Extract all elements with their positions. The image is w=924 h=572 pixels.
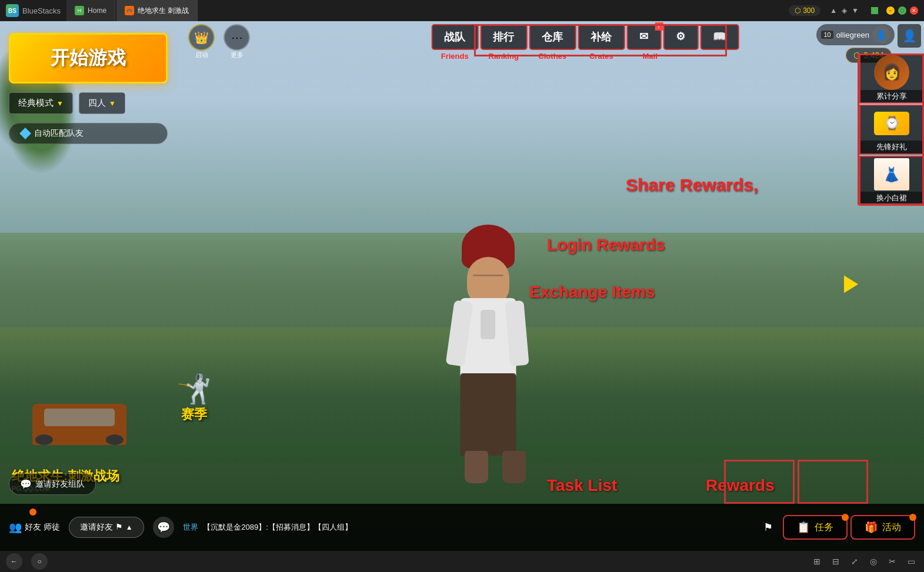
share-rewards-item[interactable]: 👩 累计分享	[859, 53, 924, 103]
profile-icon-btn[interactable]: 👤	[898, 24, 921, 48]
friends-disciples: 👥 好友 师徒	[9, 521, 60, 534]
home-nav-btn[interactable]: ○	[31, 553, 48, 570]
settings-titlebar-icon: ▼	[852, 6, 859, 15]
season-promo: 🤺 赛季	[165, 363, 224, 433]
layers-tool-icon[interactable]: ⊟	[829, 554, 843, 568]
tab-home[interactable]: H Home	[66, 0, 115, 21]
right-panel: 👩 累计分享 ⌚ 先锋好礼 👗 换小白裙	[859, 53, 924, 206]
squad-dropdown-arrow: ▼	[109, 99, 116, 108]
coin-icon: ⬡	[795, 6, 800, 15]
more-btn[interactable]: ⋯ 更多	[224, 24, 250, 59]
tab-game[interactable]: 🎮 绝地求生 刺激战	[116, 0, 198, 21]
more-tools-icon[interactable]: ▭	[904, 554, 918, 568]
nav-buttons-row: 战队 排行 仓库 补给 ✉ ! ⚙ 📖	[431, 24, 739, 50]
game-tab-label: 绝地求生 刺激战	[138, 6, 189, 16]
start-game-button[interactable]: 开始游戏	[9, 33, 168, 83]
task-notification-dot	[842, 514, 849, 521]
bs-nav-controls: ← ○	[6, 553, 48, 570]
friends-label: 好友 师徒	[25, 522, 60, 533]
friends-nav-btn[interactable]: 战队	[431, 24, 478, 50]
scarecrow-icon: 🤺	[176, 373, 212, 406]
share-rewards-label: 累计分享	[860, 90, 923, 103]
rewards-notification-dot	[909, 514, 916, 521]
login-rewards-image: ⌚	[860, 106, 923, 141]
profile-extra-btn[interactable]: 👤	[898, 24, 921, 48]
clothes-nav-btn[interactable]: 仓库	[529, 24, 576, 50]
level-badge: 10	[821, 31, 833, 39]
back-nav-btn[interactable]: ←	[6, 553, 22, 570]
location-tool-icon[interactable]: ◎	[866, 554, 880, 568]
chat-icon-btn[interactable]: 💬	[153, 517, 174, 538]
home-tab-label: Home	[88, 6, 106, 15]
wechat-invite-btn[interactable]: 💬 邀请好友组队	[9, 473, 96, 495]
titlebar-controls: ⬡ 300 ▲ ◈ ▼ − □ ✕	[783, 5, 924, 16]
coin-amount: 300	[803, 6, 815, 15]
book-nav-btn[interactable]: 📖	[700, 24, 739, 50]
scissors-tool-icon[interactable]: ✂	[885, 554, 899, 568]
crates-nav-btn[interactable]: 补给	[578, 24, 625, 50]
app-name-label: BlueStacks	[22, 6, 61, 15]
ranking-nav-btn[interactable]: 排行	[480, 24, 527, 50]
char-right-boot	[502, 451, 526, 483]
settings-nav-btn[interactable]: ⚙	[663, 24, 698, 50]
invite-friends-btn[interactable]: 邀请好友 ⚑ ▲	[69, 517, 144, 538]
maximize-button[interactable]: □	[898, 6, 906, 15]
bottom-right-btns: 📋 任务 🎁 活动	[783, 515, 915, 540]
rewards-icon: 🎁	[865, 521, 878, 534]
wifi-icon: ◈	[842, 6, 847, 15]
top-nav-area: 战队 排行 仓库 补给 ✉ ! ⚙ 📖 Friends Ranking Clot…	[431, 24, 739, 61]
bracelet-icon: ⌚	[874, 112, 909, 135]
classic-mode-select[interactable]: 经典模式 ▼	[9, 92, 73, 114]
quick-launch-icon: 👑	[188, 24, 215, 51]
game-tab-icon: 🎮	[125, 6, 134, 15]
auto-match-label: 自动匹配队友	[34, 128, 84, 139]
world-label: 世界	[183, 523, 198, 531]
quick-launch-label: 启动	[195, 51, 208, 59]
expand-tool-icon[interactable]: ⤢	[848, 554, 862, 568]
crates-annotation: Crates	[578, 52, 625, 61]
auto-match-btn[interactable]: 自动匹配队友	[9, 123, 168, 144]
exchange-items-item[interactable]: 👗 换小白裙	[859, 156, 924, 206]
friends-notification-dot	[29, 509, 36, 516]
bluestacks-logo: BS BlueStacks	[0, 4, 66, 17]
season-label: 赛季	[181, 406, 207, 423]
diamond-icon	[19, 128, 31, 139]
login-rewards-item[interactable]: ⌚ 先锋好礼	[859, 105, 924, 155]
battery-indicator	[871, 7, 878, 14]
task-list-label: 任务	[815, 521, 833, 534]
mail-icon: ✉	[639, 31, 648, 42]
close-button[interactable]: ✕	[910, 6, 918, 15]
game-viewport: 🤺 赛季 绝地求生:刺激战场 PG.QQ.COM 💬 邀请好友组队	[0, 21, 924, 551]
bs-bottombar: ← ○ ⊞ ⊟ ⤢ ◎ ✂ ▭	[0, 551, 924, 572]
rewards-btn[interactable]: 🎁 活动	[850, 515, 915, 540]
chat-bubble-icon: 💬	[157, 521, 170, 534]
coin-display: ⬡ 300	[789, 5, 820, 16]
flag-btn[interactable]: ⚑	[759, 519, 777, 536]
classic-mode-label: 经典模式	[18, 98, 54, 109]
mail-nav-btn[interactable]: ✉ !	[626, 24, 661, 50]
network-icons: ▲ ◈ ▼	[830, 6, 859, 15]
bottom-taskbar: 👥 好友 师徒 邀请好友 ⚑ ▲ 💬 世界 【沉默是金2089】:【招募消息】【…	[0, 504, 924, 551]
signal-icon: ▲	[830, 6, 837, 15]
person-avatar-icon: 👩	[874, 55, 909, 90]
mode-selectors: 经典模式 ▼ 四人 ▼	[9, 92, 168, 114]
minimize-button[interactable]: −	[886, 6, 895, 15]
task-list-icon: 📋	[797, 521, 810, 534]
task-list-btn[interactable]: 📋 任务	[783, 515, 848, 540]
more-icon: ⋯	[224, 24, 250, 51]
grid-tool-icon[interactable]: ⊞	[810, 554, 824, 568]
world-msg-text: 【沉默是金2089】:【招募消息】【四人组】	[203, 523, 352, 531]
car-element	[32, 404, 138, 457]
titlebar: BS BlueStacks H Home 🎮 绝地求生 刺激战 ⬡ 300 ▲ …	[0, 0, 924, 21]
level-number: 10	[823, 31, 830, 38]
classic-dropdown-arrow: ▼	[56, 99, 64, 108]
more-label: 更多	[231, 51, 243, 59]
world-message: 世界 【沉默是金2089】:【招募消息】【四人组】	[177, 522, 756, 533]
squad-mode-select[interactable]: 四人 ▼	[79, 92, 125, 114]
game-character	[423, 233, 553, 480]
bs-tool-icons: ⊞ ⊟ ⤢ ◎ ✂ ▭	[810, 554, 918, 568]
user-avatar[interactable]: 👤	[872, 26, 890, 44]
wechat-icon: 💬	[20, 479, 32, 490]
quick-launch-btn[interactable]: 👑 启动	[188, 24, 215, 59]
expand-icon: ▲	[126, 523, 133, 531]
